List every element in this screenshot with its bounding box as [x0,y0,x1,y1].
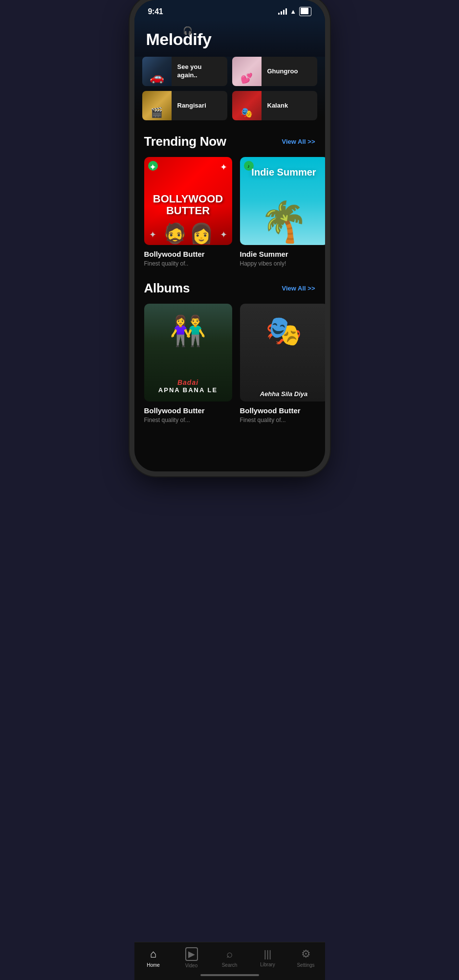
quick-item-kalank[interactable]: Kalank [232,91,317,120]
figure-2: 👩 [189,223,214,243]
apna-title-text: Badai [144,379,232,386]
battery-icon [299,7,311,16]
bollywood-butter-art: ✦ ✦ ✦ ✦ BOLLYWOODBUTTER 🧔 👩 [144,157,232,245]
quick-thumb-rangisari [142,91,172,120]
figure-1: 🧔 [163,223,187,243]
wifi-icon: ▲ [290,8,296,15]
albums-scroll[interactable]: Badai APNA BANA LE Bollywood Butter Fine… [134,304,325,423]
trending-view-all[interactable]: View All >> [282,138,315,145]
quick-access-grid: See you again.. Ghungroo Rangisari Kalan… [134,57,325,124]
star-tr: ✦ [220,162,227,173]
quick-label-kalank: Kalank [262,102,317,110]
albums-section: Albums View All >> Badai APNA BANA LE Bo… [134,271,325,427]
playlist-card-indie-summer[interactable]: Indie Summer 🌴 Indie Summer Happy vibes … [240,157,325,267]
indie-summer-name: Indie Summer [240,250,325,258]
trending-title: Trending Now [144,134,226,149]
star-tl: ✦ [149,162,156,173]
quick-item-see-you-again[interactable]: See you again.. [142,57,227,86]
app-title: Melod🎧ify [146,30,313,49]
achha-label-text: Aehha Sila Diya [256,390,312,398]
trending-header: Trending Now View All >> [134,134,325,157]
quick-label-rangisari: Rangisari [172,102,227,110]
phone-frame: 9:41 ▲ Melod🎧ify See you aga [134,0,325,471]
apna-label: Badai APNA BANA LE [144,379,232,394]
quick-thumb-see-you [142,57,172,86]
apna-album-name: Bollywood Butter [144,406,232,415]
quick-thumb-ghungroo [232,57,262,86]
albums-view-all[interactable]: View All >> [282,285,315,292]
quick-thumb-kalank [232,91,262,120]
playlist-card-bollywood-butter[interactable]: ✦ ✦ ✦ ✦ BOLLYWOODBUTTER 🧔 👩 Bollywood Bu… [144,157,232,267]
albums-header: Albums View All >> [134,281,325,304]
apna-subtitle-text: APNA BANA LE [144,386,232,394]
headphone-icon: d🎧 [183,30,193,49]
album-card-achha-sila-diya[interactable]: Aehha Sila Diya Bollywood Butter Finest … [240,304,325,423]
indie-title-overlay: Indie Summer [251,167,316,178]
quick-item-ghungroo[interactable]: Ghungroo [232,57,317,86]
quick-label-ghungroo: Ghungroo [262,67,317,76]
status-icons: ▲ [278,7,311,16]
status-bar: 9:41 ▲ [134,0,325,20]
quick-item-rangisari[interactable]: Rangisari [142,91,227,120]
trending-scroll[interactable]: ✦ ✦ ✦ ✦ BOLLYWOODBUTTER 🧔 👩 Bollywood Bu… [134,157,325,267]
indie-summer-art: Indie Summer 🌴 [240,157,325,245]
trending-section: Trending Now View All >> ✦ ✦ ✦ ✦ BOLLYWO… [134,124,325,271]
quick-label-see-you: See you again.. [172,63,227,80]
album-card-apna-bana-le[interactable]: Badai APNA BANA LE Bollywood Butter Fine… [144,304,232,423]
achha-album-name: Bollywood Butter [240,406,325,415]
signal-icon [278,8,287,15]
albums-title: Albums [144,281,190,296]
bollywood-butter-name: Bollywood Butter [144,250,232,258]
apna-bana-le-art: Badai APNA BANA LE [144,304,232,401]
achha-sila-diya-art: Aehha Sila Diya [240,304,325,401]
bollywood-title-text: BOLLYWOODBUTTER [149,189,227,221]
app-content: Melod🎧ify See you again.. Ghungroo Rangi… [134,20,325,471]
indie-summer-desc: Happy vibes only! [240,260,325,267]
apna-album-desc: Finest quality of... [144,417,232,423]
palm-trees: 🌴 [260,199,308,245]
status-time: 9:41 [148,7,163,16]
header: Melod🎧ify [134,20,325,57]
achha-album-desc: Finest quality of... [240,417,325,423]
bollywood-butter-desc: Finest quality of.. [144,260,232,267]
